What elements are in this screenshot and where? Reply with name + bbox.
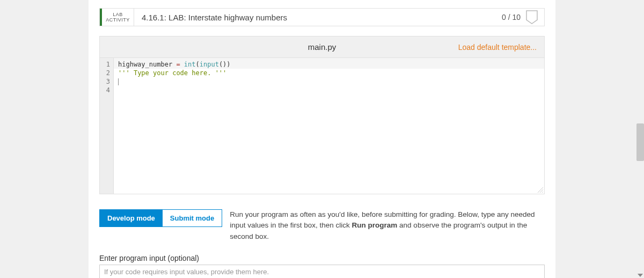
lab-badge-line1: LAB — [113, 12, 123, 17]
gutter-line: 4 — [100, 86, 110, 94]
mode-row: Develop mode Submit mode Run your progra… — [99, 209, 545, 242]
score-shield-icon — [526, 10, 538, 24]
editor-gutter: 1 2 3 4 — [100, 58, 114, 194]
text-cursor — [118, 78, 119, 85]
mode-help-text: Run your program as often as you'd like,… — [230, 209, 545, 242]
resize-handle-icon[interactable] — [538, 187, 543, 193]
code-editor[interactable]: 1 2 3 4 highway_number = int(input()) ''… — [99, 57, 545, 194]
scroll-down-indicator-icon[interactable] — [638, 274, 643, 277]
program-input-label: Enter program input (optional) — [99, 254, 545, 262]
gutter-line: 2 — [100, 69, 110, 77]
lab-score: 0 / 10 — [502, 13, 521, 21]
code-line-3: ''' Type your code here. ''' — [118, 69, 540, 77]
develop-mode-button[interactable]: Develop mode — [100, 210, 163, 226]
code-area[interactable]: highway_number = int(input()) ''' Type y… — [114, 58, 544, 194]
lab-header: LAB ACTIVITY 4.16.1: LAB: Interstate hig… — [99, 8, 545, 26]
lab-badge-line2: ACTIVITY — [106, 17, 130, 23]
load-default-template-link[interactable]: Load default template... — [458, 43, 537, 52]
lab-score-wrap: 0 / 10 — [495, 9, 544, 26]
file-bar: main.py Load default template... — [99, 36, 545, 57]
code-line-1: highway_number = int(input()) — [114, 58, 544, 69]
code-line-4 — [118, 77, 540, 86]
lab-title: 4.16.1: LAB: Interstate highway numbers — [134, 9, 495, 26]
program-input-section: Enter program input (optional) — [99, 254, 545, 278]
file-name: main.py — [308, 42, 336, 52]
mode-toggle: Develop mode Submit mode — [99, 209, 222, 227]
page-scrollbar-thumb[interactable] — [636, 123, 644, 161]
gutter-line: 1 — [100, 60, 110, 69]
lab-container: LAB ACTIVITY 4.16.1: LAB: Interstate hig… — [89, 0, 555, 278]
program-input-field[interactable] — [99, 265, 545, 278]
lab-badge: LAB ACTIVITY — [102, 9, 134, 26]
svg-line-2 — [542, 192, 543, 193]
submit-mode-button[interactable]: Submit mode — [163, 210, 222, 226]
gutter-line: 3 — [100, 77, 110, 86]
